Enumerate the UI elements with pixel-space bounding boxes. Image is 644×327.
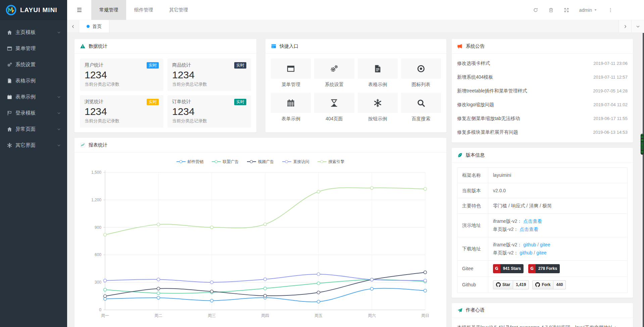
- tabs-scroll-right-icon[interactable]: [623, 24, 628, 29]
- top-tab[interactable]: 常规管理: [91, 0, 126, 20]
- sidebar-item[interactable]: 主页模板: [0, 24, 67, 40]
- notice-item: 修复多模块菜单栏展开有问题2019-06-13 14:53: [457, 125, 628, 139]
- sidebar-item[interactable]: 表格示例: [0, 73, 67, 89]
- quick-entry[interactable]: 表格示例: [358, 58, 398, 88]
- top-tab[interactable]: 组件管理: [126, 0, 161, 20]
- link-prefix: 单页版-v2：: [493, 227, 519, 232]
- legend-label: 搜索引擎: [329, 159, 345, 165]
- sidebar-item[interactable]: 系统设置: [0, 56, 67, 73]
- legend-item[interactable]: 视频广告: [247, 159, 274, 165]
- left-column: 数据统计 用户统计实时1234当前分类总记录数商品统计实时1234当前分类总记录…: [75, 39, 446, 327]
- quick-entry-label: 菜单管理: [271, 82, 311, 88]
- brand[interactable]: LAYUI MINI: [0, 0, 67, 20]
- link[interactable]: gitee: [540, 242, 550, 247]
- line-chart-icon: [80, 142, 86, 148]
- quick-entry-label: 按钮示例: [358, 116, 398, 122]
- clear-cache-icon[interactable]: [548, 7, 554, 13]
- sidebar-item-label: 其它界面: [15, 142, 57, 149]
- svg-text:周五: 周五: [314, 313, 323, 318]
- quick-entry[interactable]: 图标列表: [401, 58, 441, 88]
- version-row-value: 零门槛 / 响应式 / 清爽 / 极简: [488, 198, 628, 214]
- top-module-tabs: 常规管理组件管理其它管理: [91, 0, 196, 20]
- github-badge[interactable]: Fork440: [532, 280, 566, 289]
- svg-text:周一: 周一: [101, 313, 109, 318]
- stat-box: 浏览统计实时1234当前分类总记录数: [80, 95, 163, 128]
- stats-card-title: 数据统计: [89, 43, 107, 49]
- sidebar-toggle-icon[interactable]: [76, 7, 83, 13]
- quick-entry[interactable]: 表单示例: [271, 93, 311, 122]
- link-prefix: 单页版-v2：: [493, 250, 519, 255]
- link[interactable]: github: [523, 242, 536, 247]
- sidebar-item[interactable]: 异常页面: [0, 121, 67, 137]
- link[interactable]: 点击查看: [519, 227, 538, 232]
- notice-card-title: 系统公告: [466, 43, 485, 49]
- link[interactable]: 点击查看: [523, 218, 542, 224]
- version-row-label: 框架名称: [457, 168, 488, 183]
- notice-text: 修改选项卡样式: [457, 60, 490, 67]
- legend-marker-dot: [285, 160, 288, 163]
- scrollbar-thumb[interactable]: [641, 134, 644, 155]
- sidebar-item[interactable]: 登录模板: [0, 105, 67, 121]
- stat-value: 1234: [85, 69, 159, 81]
- user-dropdown[interactable]: admin: [579, 7, 598, 13]
- notice-time: 2019-07-04 11:02: [593, 102, 628, 107]
- stat-desc: 当前分类总记录数: [172, 81, 246, 87]
- link-separator: /: [536, 242, 540, 247]
- report-chart: 03006009001,2001,500周一周二周三周四周五周六周日: [80, 168, 441, 318]
- legend-marker: [212, 161, 221, 162]
- quick-entry[interactable]: 404页面: [314, 93, 354, 122]
- quick-entry[interactable]: 按钮示例: [358, 93, 398, 122]
- quick-entry[interactable]: 百度搜索: [401, 93, 441, 122]
- version-row-value: iframe版-v2： 点击查看单页版-v2： 点击查看: [488, 213, 628, 237]
- version-card: 版本信息 框架名称layuimini当前版本v2.0.0主要特色零门槛 / 响应…: [452, 148, 633, 298]
- legend-item[interactable]: 联盟广告: [212, 159, 239, 165]
- github-badge[interactable]: Star1,419: [493, 280, 529, 289]
- sidebar-item[interactable]: 表单示例: [0, 89, 67, 105]
- version-card-title: 版本信息: [466, 152, 485, 158]
- version-row-label: 主要特色: [457, 198, 488, 214]
- version-link-line: iframe版-v2： github / gitee: [493, 241, 623, 249]
- sidebar-item[interactable]: 菜单管理: [0, 40, 67, 56]
- tabs-scroll-left-icon[interactable]: [71, 24, 76, 29]
- refresh-icon[interactable]: [533, 7, 538, 13]
- sidebar-item-label: 登录模板: [15, 110, 57, 116]
- username: admin: [579, 7, 592, 13]
- quick-entry-box: [401, 58, 441, 79]
- legend-item[interactable]: 搜索引擎: [317, 159, 345, 165]
- stat-value: 1234: [85, 105, 159, 118]
- version-row-value: G941 StarsG278 Forks: [488, 260, 628, 277]
- version-row-label: Gitee: [457, 260, 488, 277]
- more-menu-icon[interactable]: [608, 7, 613, 13]
- gitee-badge[interactable]: G278 Forks: [528, 264, 560, 273]
- stat-box: 商品统计实时1234当前分类总记录数: [167, 58, 251, 91]
- tab-home[interactable]: 首页: [79, 20, 109, 33]
- paper-plane-icon: [457, 308, 463, 313]
- author-card-title: 作者心语: [466, 307, 485, 313]
- report-chart-card: 报表统计 邮件营销联盟广告视频广告直接访问搜索引擎 03006009001,20…: [75, 138, 446, 327]
- version-row-label: Github: [457, 277, 488, 293]
- tabs-dropdown-icon[interactable]: [636, 24, 640, 29]
- notice-item: 修改logo缩放问题2019-07-04 11:02: [457, 98, 628, 112]
- top-tab[interactable]: 其它管理: [161, 0, 196, 20]
- calendar-icon: [7, 94, 12, 100]
- legend-marker-dot: [180, 160, 183, 163]
- asterisk-icon: [373, 98, 382, 108]
- topbar: 常规管理组件管理其它管理 admin: [67, 0, 644, 20]
- gitee-badge[interactable]: G941 Stars: [493, 264, 524, 273]
- notice-time: 2019-07-11 23:06: [593, 61, 628, 66]
- stat-desc: 当前分类总记录数: [85, 81, 159, 87]
- version-link-line: 单页版-v2： github / gitee: [493, 249, 623, 257]
- link[interactable]: gitee: [536, 250, 546, 255]
- scrollbar-track[interactable]: [643, 33, 644, 327]
- legend-item[interactable]: 邮件营销: [177, 159, 204, 165]
- quick-entry-box: [271, 58, 311, 79]
- fullscreen-icon[interactable]: [564, 7, 569, 13]
- legend-item[interactable]: 直接访问: [282, 159, 309, 165]
- svg-text:900: 900: [95, 225, 101, 230]
- quick-entry-box: [358, 93, 398, 113]
- quick-entry[interactable]: 系统设置: [314, 58, 354, 88]
- quick-entry[interactable]: 菜单管理: [271, 58, 311, 88]
- sidebar-item[interactable]: 其它界面: [0, 137, 67, 153]
- quick-entry-box: [314, 93, 354, 113]
- link[interactable]: github: [519, 250, 532, 255]
